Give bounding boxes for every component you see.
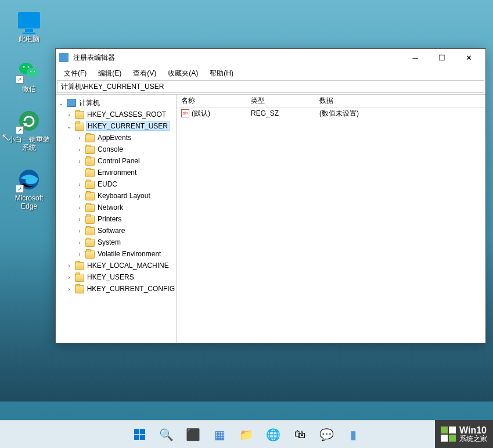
column-data[interactable]: 数据 [315,95,485,107]
regedit-icon [59,53,69,62]
tree-key[interactable]: ›Printers [56,213,176,225]
edge-icon: 🌐 [266,428,280,442]
svg-point-3 [28,66,30,68]
store-icon: 🛍 [294,428,306,441]
menubar: 文件(F) 编辑(E) 查看(V) 收藏夹(A) 帮助(H) [56,66,485,80]
chevron-right-icon[interactable]: › [75,193,84,199]
tree-hive[interactable]: ›HKEY_CURRENT_CONFIG [56,283,176,295]
value-row[interactable]: ab(默认)REG_SZ(数值未设置) [177,107,485,119]
tree-key[interactable]: ›Software [56,225,176,236]
store-button[interactable]: 🛍 [289,423,312,446]
minimize-button[interactable]: ─ [402,49,429,66]
chevron-down-icon[interactable]: ⌄ [65,123,73,130]
tree-key[interactable]: ›EUDC [56,178,176,190]
wechat-taskbar-button[interactable]: 💬 [315,423,339,446]
folder-icon [75,123,84,131]
tree-root[interactable]: ⌄ 计算机 [56,97,176,109]
svg-point-4 [30,71,31,72]
desktop-icon-reinstall[interactable]: ↗ 小白一键重装系统 [6,106,52,155]
tree-key[interactable]: ›Console [56,144,176,155]
menu-file[interactable]: 文件(F) [58,67,92,80]
search-icon: 🔍 [159,428,174,442]
edge-button[interactable]: 🌐 [262,423,285,446]
app-icon: ▮ [350,428,357,442]
tree-node-label: System [96,238,122,247]
chevron-right-icon[interactable]: › [75,158,84,164]
chevron-right-icon[interactable]: › [75,251,84,257]
chevron-right-icon[interactable]: › [65,112,73,118]
logo-icon [441,427,456,442]
shortcut-arrow-icon: ↗ [16,76,24,84]
task-view-button[interactable]: ⬛ [182,423,205,446]
folder-icon [85,204,95,212]
tree-node-label: 计算机 [78,98,101,109]
address-text: 计算机\HKEY_CURRENT_USER [61,82,164,92]
tree-key[interactable]: ›Volatile Environment [56,248,176,260]
chevron-right-icon[interactable]: › [75,135,84,141]
column-type[interactable]: 类型 [246,95,315,107]
app-button[interactable]: ▮ [342,423,365,446]
desktop-icon-wechat[interactable]: ↗ 微信 [6,56,52,95]
folder-icon [85,216,95,224]
tree-key[interactable]: ›Control Panel [56,155,176,167]
titlebar[interactable]: 注册表编辑器 ─ ☐ ✕ [56,49,485,66]
shortcut-arrow-icon: ↗ [16,126,24,134]
widgets-icon: ▦ [214,428,225,442]
taskbar-center: 🔍 ⬛ ▦ 📁 🌐 🛍 💬 ▮ [128,423,365,446]
chevron-right-icon[interactable]: › [65,274,73,281]
brand-top: Win10 [459,425,487,436]
address-bar[interactable]: 计算机\HKEY_CURRENT_USER [57,80,484,93]
folder-icon [85,146,95,154]
tree-key[interactable]: ›Keyboard Layout [56,190,176,202]
chevron-right-icon[interactable]: › [65,286,73,292]
chevron-right-icon[interactable]: › [75,181,84,188]
chevron-right-icon[interactable]: › [75,146,84,153]
tree-hive[interactable]: ›HKEY_LOCAL_MACHINE [56,260,176,271]
tree-key[interactable]: Environment [56,167,176,178]
folder-icon [85,192,95,200]
tree-hive[interactable]: ›HKEY_USERS [56,271,176,283]
tree-key[interactable]: ›System [56,236,176,248]
close-button[interactable]: ✕ [455,49,482,66]
menu-favorites[interactable]: 收藏夹(A) [162,67,204,80]
tree-hive[interactable]: ⌄HKEY_CURRENT_USER [56,120,176,132]
chevron-right-icon[interactable]: › [65,263,73,269]
tree-key[interactable]: ›AppEvents [56,132,176,144]
folder-icon [85,181,95,189]
tree-node-label: Network [96,203,124,212]
tree-key[interactable]: ›Network [56,202,176,213]
menu-edit[interactable]: 编辑(E) [92,67,127,80]
values-pane[interactable]: 名称 类型 数据 ab(默认)REG_SZ(数值未设置) [177,95,485,343]
tree-hive[interactable]: ›HKEY_CLASSES_ROOT [56,109,176,120]
brand-bottom: 系统之家 [459,435,487,443]
string-value-icon: ab [181,109,189,117]
chevron-right-icon[interactable]: › [75,216,84,223]
folder-icon [75,285,84,293]
chevron-down-icon[interactable]: ⌄ [57,100,65,106]
explorer-button[interactable]: 📁 [235,423,258,446]
pc-icon [18,12,40,28]
chevron-right-icon[interactable]: › [75,239,84,246]
menu-help[interactable]: 帮助(H) [204,67,239,80]
desktop-icon-this-pc[interactable]: 此电脑 [6,6,52,45]
menu-view[interactable]: 查看(V) [127,67,162,80]
computer-icon [67,99,76,107]
start-button[interactable] [128,423,152,446]
folder-icon [85,169,95,177]
svg-point-2 [23,66,25,68]
desktop-icon-label: 微信 [22,85,36,93]
chevron-right-icon[interactable]: › [75,228,84,234]
chevron-right-icon[interactable]: › [75,205,84,211]
search-button[interactable]: 🔍 [155,423,178,446]
desktop-icon-edge[interactable]: ↗ Microsoft Edge [6,165,52,213]
tree-node-label: EUDC [96,180,118,189]
column-name[interactable]: 名称 [177,95,246,107]
widgets-button[interactable]: ▦ [208,423,232,446]
tree-node-label: Printers [96,214,123,224]
maximize-button[interactable]: ☐ [429,49,455,66]
tree-node-label: Keyboard Layout [96,191,152,200]
tree-pane[interactable]: ⌄ 计算机 ›HKEY_CLASSES_ROOT⌄HKEY_CURRENT_US… [56,95,177,343]
svg-point-5 [34,71,35,72]
folder-icon [75,262,84,270]
task-view-icon: ⬛ [186,428,200,442]
